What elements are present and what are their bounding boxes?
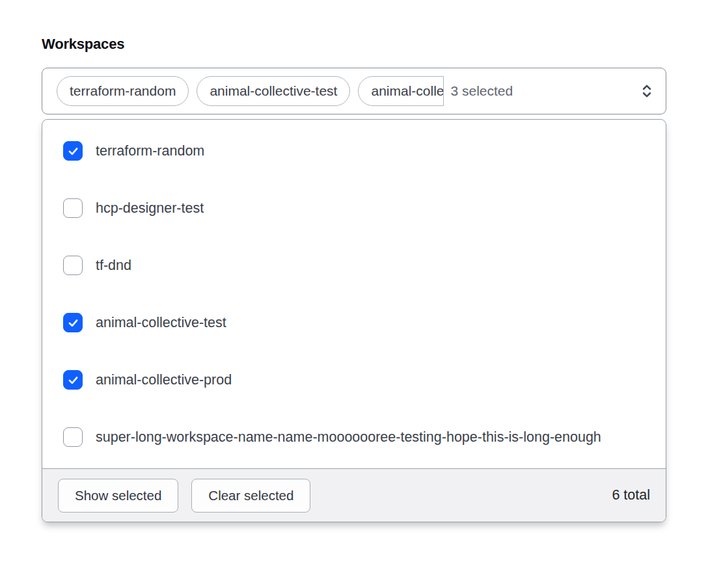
- popover-footer: Show selected Clear selected 6 total: [42, 468, 666, 522]
- check-icon: [67, 145, 79, 157]
- multiselect-trigger[interactable]: terraform-random animal-collective-test …: [42, 68, 666, 114]
- check-icon: [67, 317, 79, 329]
- checkbox[interactable]: [63, 370, 83, 390]
- checkbox[interactable]: [63, 198, 83, 218]
- option-label: animal-collective-prod: [96, 370, 232, 390]
- option-super-long-workspace[interactable]: super-long-workspace-name-name-moooooore…: [42, 408, 666, 466]
- checkbox[interactable]: [63, 141, 83, 161]
- option-label: hcp-designer-test: [96, 198, 204, 218]
- checkbox[interactable]: [63, 427, 83, 447]
- option-label: super-long-workspace-name-name-moooooore…: [96, 427, 601, 447]
- total-count: 6 total: [612, 487, 650, 503]
- option-animal-collective-prod[interactable]: animal-collective-prod: [42, 351, 666, 408]
- checkbox[interactable]: [63, 313, 83, 332]
- option-label: tf-dnd: [96, 256, 131, 275]
- selected-pill[interactable]: terraform-random: [57, 76, 189, 106]
- option-animal-collective-test[interactable]: animal-collective-test: [42, 294, 666, 351]
- options-list: terraform-random hcp-designer-test tf-dn…: [42, 120, 666, 468]
- checkbox[interactable]: [63, 256, 83, 275]
- option-hcp-designer-test[interactable]: hcp-designer-test: [42, 180, 666, 237]
- selected-pill[interactable]: animal-collective-prod: [358, 76, 444, 106]
- selected-count: 3 selected: [450, 83, 513, 99]
- show-selected-button[interactable]: Show selected: [58, 479, 178, 513]
- selected-pills: terraform-random animal-collective-test …: [57, 76, 444, 106]
- option-label: terraform-random: [96, 141, 204, 161]
- pill-label: animal-collective-test: [210, 83, 337, 99]
- check-icon: [67, 374, 79, 386]
- option-terraform-random[interactable]: terraform-random: [42, 122, 666, 180]
- pill-label: animal-collective-prod: [371, 83, 444, 99]
- multiselect-popover: terraform-random hcp-designer-test tf-dn…: [42, 119, 666, 522]
- chevrons-up-down-icon: [638, 83, 655, 100]
- selected-pill[interactable]: animal-collective-test: [197, 76, 350, 106]
- field-label: Workspaces: [42, 36, 666, 53]
- pill-label: terraform-random: [70, 83, 176, 99]
- workspaces-multiselect: Workspaces terraform-random animal-colle…: [0, 0, 708, 522]
- clear-selected-button[interactable]: Clear selected: [191, 479, 310, 513]
- option-tf-dnd[interactable]: tf-dnd: [42, 237, 666, 294]
- option-label: animal-collective-test: [96, 313, 226, 332]
